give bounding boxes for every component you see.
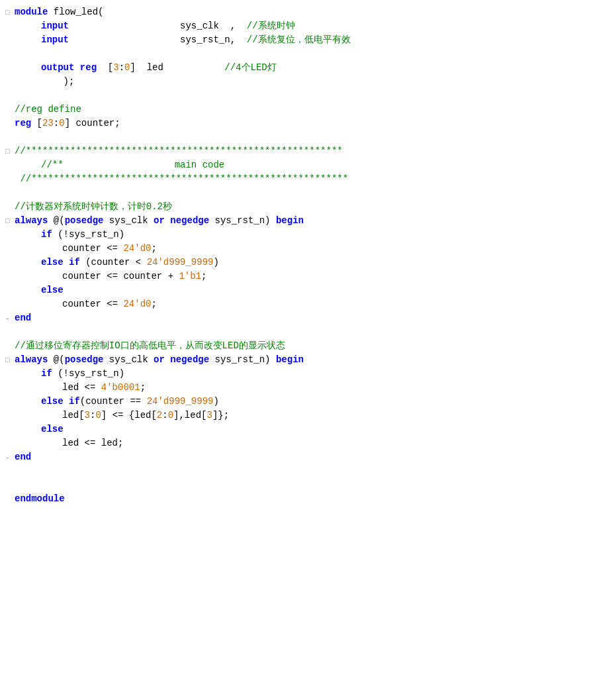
fold-marker[interactable]: □ [5,216,13,227]
line-content: //计数器对系统时钟计数，计时0.2秒 [15,200,586,214]
token-kw-black: : [162,410,167,421]
line-content: always @(posedge sys_clk or negedge sys_… [15,353,586,367]
token-kw-black: counter <= [62,299,123,309]
line-content: counter <= counter + 1'b1; [15,270,586,283]
fold-marker[interactable]: □ [5,7,13,19]
token-kw-blue: module [15,7,48,17]
fold-marker [5,341,13,352]
fold-marker [5,272,13,283]
token-kw-orange: 3 [113,62,118,73]
code-line: input sys_clk , //系统时钟 [0,19,591,33]
token-kw-blue: negedge [170,215,209,226]
fold-marker [5,77,13,88]
fold-marker[interactable]: □ [5,146,13,158]
code-line: reg [23:0] counter; [0,117,591,130]
code-line: else [0,423,591,436]
token-kw-orange: 24'd999_9999 [147,257,214,268]
token-kw-comment-green: //通过移位寄存器控制IO口的高低电平，从而改变LED的显示状态 [15,340,285,351]
token-kw-orange: 24'd0 [123,299,151,309]
code-line: -end [0,450,591,464]
token-kw-orange: 24'd0 [123,243,151,254]
token-kw-blue: input [41,34,69,45]
token-kw-black: ] led [130,62,224,73]
token-kw-blue: endmodule [15,493,65,504]
code-line: □always @(posedge sys_clk or negedge sys… [0,214,591,228]
fold-marker[interactable]: - [5,452,13,464]
code-line [0,89,591,103]
code-line: led <= 4'b0001; [0,381,591,395]
fold-marker [5,160,13,172]
code-line: led <= led; [0,436,591,450]
fold-marker [5,397,13,408]
token-kw-black: sys_clk [103,215,154,226]
token-kw-comment-green: //** main code [41,160,224,170]
token-kw-black: ; [201,271,206,281]
token-kw-comment-green: //reg define [15,104,81,115]
token-kw-blue: else if [41,396,80,407]
code-line: □//*************************************… [0,144,591,158]
fold-marker [5,244,13,255]
token-kw-black [74,62,79,73]
line-content: //**************************************… [15,172,586,186]
token-kw-comment-green: //**************************************… [15,146,343,156]
token-kw-orange: 3 [85,410,90,421]
fold-marker [5,105,13,116]
token-kw-orange: 0 [59,118,64,128]
token-kw-black: ] <= {led[ [101,410,157,421]
code-line: input sys_rst_n, //系统复位，低电平有效 [0,33,591,47]
token-kw-black: (counter == [80,396,147,407]
token-kw-black: sys_rst_n) [209,354,276,365]
fold-marker [5,466,13,477]
token-kw-blue: if [41,229,52,240]
token-kw-black: led <= led; [62,438,123,448]
token-kw-blue: else [41,424,64,434]
token-kw-blue: input [41,21,69,31]
token-kw-orange: 0 [168,410,173,421]
code-line: else if(counter == 24'd999_9999) [0,395,591,409]
fold-marker [5,132,13,144]
line-content: //**************************************… [15,144,586,158]
token-kw-blue: begin [276,354,304,365]
token-kw-blue: always [15,215,48,226]
fold-marker [5,411,13,422]
token-kw-black: ; [140,382,146,393]
token-kw-black: sys_clk , [69,21,247,31]
token-kw-black: led[ [62,410,85,421]
token-kw-black: flow_led( [48,7,103,17]
line-content: else [15,283,586,297]
fold-marker [5,188,13,199]
token-kw-blue: or [154,215,165,226]
line-content: //reg define [15,103,586,117]
code-line: //** main code [0,158,591,172]
fold-marker [5,49,13,60]
code-line: else [0,283,591,297]
token-kw-black: counter <= counter + [62,271,179,281]
fold-marker [5,119,13,130]
token-kw-orange: 3 [206,410,212,421]
line-content: led <= led; [15,436,586,450]
code-line [0,130,591,144]
token-kw-blue: if [41,368,52,379]
code-editor: □module flow_led( input sys_clk , //系统时钟… [0,0,591,700]
token-kw-black: ],led[ [173,410,206,421]
fold-marker [5,285,13,297]
fold-marker [5,230,13,241]
fold-marker[interactable]: - [5,313,13,325]
fold-marker [5,258,13,269]
token-kw-black: led <= [62,382,101,393]
fold-marker [5,327,13,338]
line-content: reg [23:0] counter; [15,117,586,130]
token-kw-black: (!sys_rst_n) [52,229,124,240]
code-line: counter <= counter + 1'b1; [0,270,591,283]
line-content: if (!sys_rst_n) [15,367,586,381]
line-content [15,130,586,144]
line-content: input sys_clk , //系统时钟 [15,19,586,33]
code-line: ); [0,75,591,89]
line-content [15,47,586,61]
code-line: □module flow_led( [0,5,591,19]
code-line: if (!sys_rst_n) [0,367,591,381]
token-kw-black: (!sys_rst_n) [52,368,124,379]
fold-marker[interactable]: □ [5,355,13,366]
line-content: else [15,423,586,436]
token-kw-black: sys_rst_n, [69,34,247,45]
